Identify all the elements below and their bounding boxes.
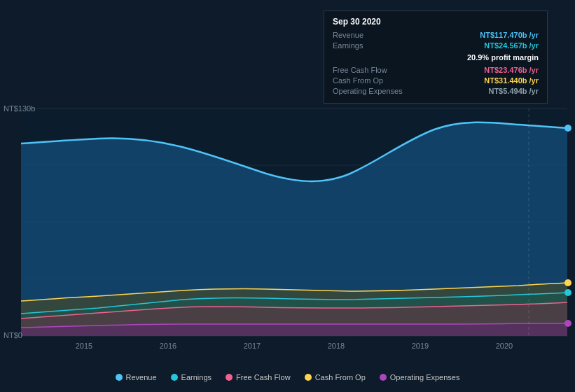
- legend-item-revenue[interactable]: Revenue: [116, 373, 157, 382]
- tooltip-label-margin: [333, 52, 417, 64]
- legend-item-fcf[interactable]: Free Cash Flow: [226, 373, 291, 382]
- svg-point-9: [564, 289, 571, 296]
- legend-dot-earnings: [171, 374, 178, 381]
- tooltip-label-fcf: Free Cash Flow: [333, 66, 417, 74]
- tooltip-value-revenue: NT$117.470b /yr: [480, 31, 539, 39]
- tooltip-label-opex: Operating Expenses: [333, 87, 417, 95]
- tooltip-row-fcf: Free Cash Flow NT$23.476b /yr: [333, 66, 539, 74]
- tooltip-row-revenue: Revenue NT$117.470b /yr: [333, 31, 539, 39]
- tooltip-row-opex: Operating Expenses NT$5.494b /yr: [333, 87, 539, 95]
- svg-text:2015: 2015: [76, 342, 92, 350]
- tooltip-date: Sep 30 2020: [333, 17, 539, 27]
- tooltip-box: Sep 30 2020 Revenue NT$117.470b /yr Earn…: [324, 10, 548, 104]
- tooltip-value-opex: NT$5.494b /yr: [488, 87, 539, 95]
- legend-label-earnings: Earnings: [181, 373, 212, 382]
- chart-container: NT$130b NT$0 2015 2016 2017 2018 2019 20…: [0, 0, 575, 392]
- tooltip-value-fcf: NT$23.476b /yr: [484, 66, 539, 74]
- legend-label-opex: Operating Expenses: [390, 373, 460, 382]
- svg-text:NT$0: NT$0: [4, 331, 22, 340]
- legend-label-cashop: Cash From Op: [315, 373, 366, 382]
- legend-item-opex[interactable]: Operating Expenses: [380, 373, 460, 382]
- svg-point-10: [564, 320, 571, 327]
- tooltip-row-margin: 20.9% profit margin: [333, 52, 539, 64]
- legend-item-earnings[interactable]: Earnings: [171, 373, 212, 382]
- tooltip-value-margin: 20.9% profit margin: [467, 53, 539, 62]
- tooltip-label-cashop: Cash From Op: [333, 76, 417, 85]
- legend-dot-opex: [380, 374, 387, 381]
- legend-item-cashop[interactable]: Cash From Op: [305, 373, 366, 382]
- svg-point-8: [564, 279, 571, 286]
- svg-text:2017: 2017: [244, 342, 261, 350]
- chart-legend: Revenue Earnings Free Cash Flow Cash Fro…: [0, 373, 575, 382]
- svg-text:2020: 2020: [496, 342, 513, 350]
- tooltip-row-cashop: Cash From Op NT$31.440b /yr: [333, 76, 539, 85]
- svg-point-7: [564, 125, 571, 132]
- svg-text:2018: 2018: [328, 342, 345, 350]
- legend-dot-fcf: [226, 374, 233, 381]
- tooltip-value-earnings: NT$24.567b /yr: [484, 41, 539, 50]
- svg-text:NT$130b: NT$130b: [4, 104, 35, 113]
- legend-label-revenue: Revenue: [126, 373, 157, 382]
- legend-label-fcf: Free Cash Flow: [236, 373, 291, 382]
- tooltip-label-revenue: Revenue: [333, 31, 417, 39]
- legend-dot-revenue: [116, 374, 123, 381]
- svg-text:2016: 2016: [160, 342, 176, 350]
- tooltip-value-cashop: NT$31.440b /yr: [484, 76, 539, 85]
- svg-text:2019: 2019: [412, 342, 429, 350]
- legend-dot-cashop: [305, 374, 312, 381]
- tooltip-label-earnings: Earnings: [333, 41, 417, 50]
- tooltip-row-earnings: Earnings NT$24.567b /yr: [333, 41, 539, 50]
